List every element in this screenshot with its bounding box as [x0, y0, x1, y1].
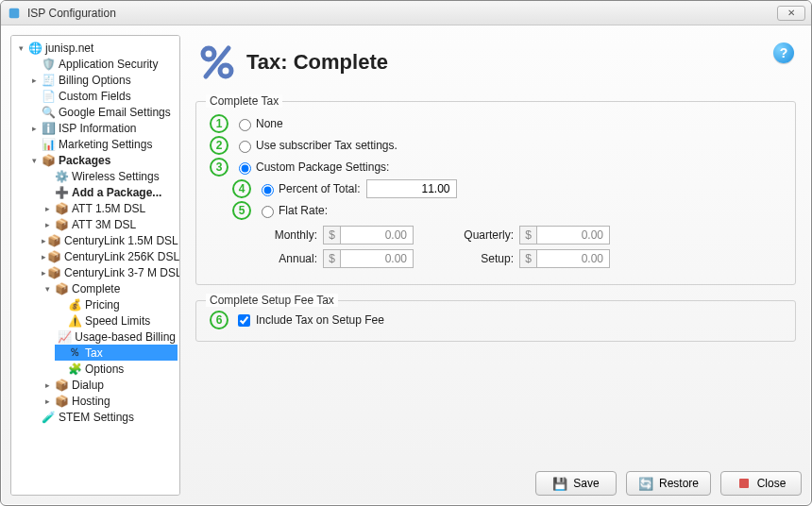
fieldset-complete-tax: Complete Tax 1 None 2 Use subscriber Tax…	[195, 101, 796, 285]
tree-item[interactable]: ⚙️Wireless Settings	[42, 168, 178, 184]
callout-badge-3: 3	[210, 158, 228, 177]
callout-badge-4: 4	[232, 179, 251, 198]
box-icon: 📦	[47, 233, 61, 248]
tree-item[interactable]: ➕Add a Package...	[42, 184, 178, 200]
chevron-right-icon[interactable]: ▸	[42, 219, 53, 230]
chart-icon: 📈	[58, 329, 72, 345]
percent-icon	[197, 42, 237, 82]
radio-custom-line: 3 Custom Package Settings:	[210, 158, 782, 177]
tree-label: Speed Limits	[85, 314, 150, 328]
sidebar-tree[interactable]: ▾ 🌐 junisp.net 🛡️Application Security ▸🧾…	[10, 35, 180, 496]
chevron-right-icon[interactable]: ▸	[42, 396, 53, 407]
chevron-right-icon[interactable]: ▸	[42, 251, 46, 262]
currency-icon: $	[519, 249, 536, 268]
percent-input[interactable]	[366, 179, 457, 198]
tree-label: Pricing	[85, 298, 120, 312]
tree-item-tax[interactable]: ％Tax	[55, 345, 178, 361]
radio-none[interactable]	[239, 119, 251, 131]
monthly-input[interactable]	[340, 226, 414, 245]
tree-item[interactable]: ▸ℹ️ISP Information	[28, 120, 178, 136]
tree-item[interactable]: 🧩Options	[55, 361, 178, 377]
chevron-down-icon[interactable]: ▾	[42, 283, 53, 295]
add-icon: ➕	[54, 185, 69, 200]
chevron-right-icon[interactable]: ▸	[28, 75, 40, 86]
tree-label: Packages	[59, 154, 110, 167]
save-button[interactable]: 💾 Save	[535, 471, 617, 496]
app-icon	[7, 6, 22, 21]
tree-label: Tax	[85, 346, 103, 360]
setup-input[interactable]	[536, 249, 610, 268]
checkbox-label: Include Tax on Setup Fee	[256, 313, 384, 327]
tree-item[interactable]: ▸📦ATT 1.5M DSL	[42, 200, 178, 216]
tree-label: STEM Settings	[59, 411, 134, 424]
tree-item[interactable]: ▸📦CenturyLink 1.5M DSL	[42, 232, 178, 248]
google-icon: 🔍	[41, 105, 56, 120]
rate-label: Setup:	[451, 252, 514, 265]
restore-button[interactable]: 🔄 Restore	[626, 471, 711, 496]
template-icon: 📄	[41, 89, 56, 104]
info-icon: ℹ️	[41, 121, 56, 136]
tree-item[interactable]: ▸🧾Billing Options	[28, 72, 178, 88]
close-button[interactable]: Close	[720, 471, 802, 496]
tree-item[interactable]: 📊Marketing Settings	[28, 136, 178, 152]
tree-item[interactable]: 📄Custom Fields	[28, 88, 178, 104]
annual-input[interactable]	[340, 249, 414, 268]
tree-item-complete[interactable]: ▾📦Complete 💰Pricing ⚠️Speed Limits 📈Usag…	[42, 280, 178, 377]
chevron-right-icon[interactable]: ▸	[42, 380, 53, 391]
window-close-button[interactable]: ✕	[777, 6, 805, 21]
chevron-right-icon[interactable]: ▸	[42, 235, 46, 246]
help-button[interactable]: ?	[773, 42, 794, 63]
callout-badge-1: 1	[210, 114, 228, 133]
tree-root[interactable]: ▾ 🌐 junisp.net 🛡️Application Security ▸🧾…	[15, 40, 178, 425]
percent-icon: ％	[67, 346, 82, 361]
tree-item[interactable]: 📈Usage-based Billing	[55, 329, 178, 345]
tree-item[interactable]: 💰Pricing	[55, 296, 178, 312]
chevron-right-icon[interactable]: ▸	[42, 267, 46, 278]
box-icon: 📦	[54, 201, 69, 216]
button-label: Save	[573, 477, 599, 490]
tree-item[interactable]: ▸📦Hosting	[42, 393, 178, 409]
tree-item-packages[interactable]: ▾📦Packages ⚙️Wireless Settings ➕Add a Pa…	[28, 152, 178, 409]
box-icon: 📦	[54, 217, 69, 232]
radio-flat-line: 5 Flat Rate:	[232, 201, 782, 220]
options-icon: 🧩	[67, 362, 82, 377]
chevron-down-icon[interactable]: ▾	[15, 42, 26, 54]
tree-label: CenturyLink 3-7 M DSL	[64, 266, 180, 279]
tree-item[interactable]: 🧪STEM Settings	[28, 409, 178, 425]
pricing-icon: 💰	[67, 297, 82, 312]
money-field-quarterly: $	[519, 226, 610, 245]
help-icon: ?	[780, 45, 788, 60]
quarterly-input[interactable]	[536, 226, 610, 245]
tree-item[interactable]: ▸📦CenturyLink 256K DSL	[42, 248, 178, 264]
tree-label: ATT 1.5M DSL	[72, 202, 145, 215]
money-field-monthly: $	[323, 226, 414, 245]
radio-custom[interactable]	[239, 162, 251, 175]
rate-label: Monthly:	[262, 228, 317, 242]
include-tax-checkbox[interactable]	[238, 314, 250, 327]
tree-item[interactable]: ▸📦ATT 3M DSL	[42, 216, 178, 232]
tree-item[interactable]: ⚠️Speed Limits	[55, 312, 178, 329]
tree-item[interactable]: ▸📦CenturyLink 3-7 M DSL	[42, 264, 178, 280]
svg-rect-4	[739, 479, 749, 488]
radio-percent-line: 4 Percent of Total:	[232, 179, 782, 198]
window-title: ISP Configuration	[27, 7, 777, 20]
chevron-down-icon[interactable]: ▾	[28, 155, 40, 166]
radio-flat[interactable]	[262, 206, 274, 218]
tree-item[interactable]: 🔍Google Email Settings	[28, 104, 178, 120]
chevron-right-icon[interactable]: ▸	[28, 123, 40, 134]
tree-label: Marketing Settings	[59, 138, 152, 151]
money-field-setup: $	[519, 249, 610, 268]
tree-label: Complete	[72, 282, 120, 295]
radio-percent[interactable]	[262, 184, 274, 196]
currency-icon: $	[519, 226, 536, 245]
chevron-right-icon[interactable]: ▸	[42, 203, 53, 214]
titlebar: ISP Configuration ✕	[1, 1, 811, 25]
tree-label: ISP Information	[59, 122, 137, 135]
callout-badge-2: 2	[210, 136, 228, 155]
shield-icon: 🛡️	[41, 57, 56, 72]
chart-icon: 📊	[41, 137, 56, 152]
tree-item[interactable]: 🛡️Application Security	[28, 56, 178, 72]
folder-icon: 🧾	[41, 73, 56, 88]
radio-subscriber[interactable]	[239, 141, 251, 153]
tree-item[interactable]: ▸📦Dialup	[42, 377, 178, 393]
